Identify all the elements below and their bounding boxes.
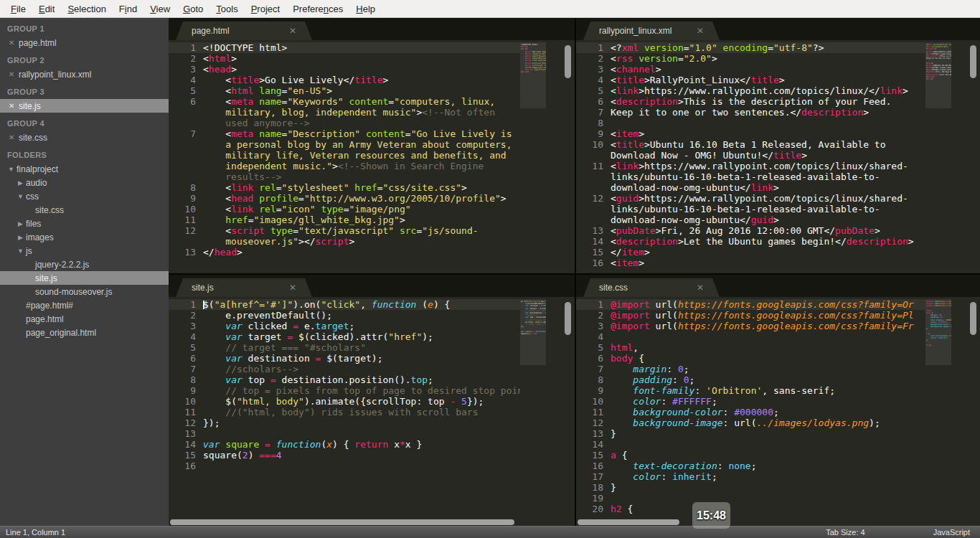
code-line[interactable]: 13<pubDate>Fri, 26 Aug 2016 12:00:00 GMT… [576,225,925,236]
chevron-right-icon[interactable]: ▶ [15,220,26,227]
code-editor[interactable]: 1<?xml version="1.0" encoding="utf-8"?>2… [576,42,925,273]
menu-view[interactable]: View [143,4,176,14]
code-line[interactable]: 7 <meta name="Description" content="Go L… [169,128,520,182]
code-line[interactable]: 9<item> [576,128,925,139]
close-icon[interactable]: ✕ [9,70,19,78]
minimap-viewport[interactable] [925,299,951,365]
horizontal-scrollbar[interactable] [576,519,980,526]
minimap[interactable]: @import url(https://fonts.googleapis.com… [925,299,951,519]
code-editor[interactable]: 1$("a[href^='#']").on("click", function … [169,299,520,519]
code-line[interactable]: 5html, [576,342,925,353]
code-line[interactable]: 1@import url(https://fonts.googleapis.co… [576,299,925,310]
menu-tools[interactable]: Tools [209,4,244,14]
code-line[interactable]: 9 <head profile="http://www.w3.org/2005/… [169,193,520,204]
tree-item-css[interactable]: ▼css [0,189,169,203]
tab-page-html[interactable]: page.html ✕ [176,22,312,40]
code-line[interactable]: 9 font-family: 'Orbitron', sans-serif; [576,385,925,396]
chevron-right-icon[interactable]: ▶ [15,179,26,187]
sidebar-open-file-site.css[interactable]: ✕site.css [0,131,169,144]
tab-site-js[interactable]: site.js ✕ [176,278,312,297]
sidebar-open-file-rallypoint-linux.xml[interactable]: ✕rallypoint_linux.xml [0,67,169,81]
code-line[interactable]: 5<link>https://www.rallypoint.com/topics… [576,85,925,96]
code-line[interactable]: 3@import url(https://fonts.googleapis.co… [576,321,925,331]
close-icon[interactable]: ✕ [697,283,704,293]
code-line[interactable]: 11<link>https://www.rallypoint.com/topic… [576,161,925,193]
menu-help[interactable]: Help [349,4,382,14]
menu-goto[interactable]: Goto [176,4,209,14]
code-line[interactable]: 15square(2) ===4 [169,450,520,461]
code-line[interactable]: 8 [576,118,925,128]
close-icon[interactable]: ✕ [9,39,19,47]
code-line[interactable]: 11 href="images/gll_white_bkg.jpg"> [169,214,520,225]
code-line[interactable]: 7 //scholars--> [169,364,520,374]
tree-item-page.html[interactable]: page.html [0,312,169,326]
menu-find[interactable]: Find [113,4,143,14]
tree-item-audio[interactable]: ▶audio [0,176,169,189]
close-icon[interactable]: ✕ [9,102,19,110]
menu-edit[interactable]: Edit [32,4,61,14]
tree-item-js[interactable]: ▼js [0,244,169,258]
code-line[interactable]: 12}); [169,417,520,428]
code-line[interactable]: 8 <link rel="stylesheet" href="css/site.… [169,182,520,193]
chevron-down-icon[interactable]: ▼ [15,247,26,255]
code-line[interactable]: 2 e.preventDefault(); [169,310,520,321]
code-line[interactable]: 5 <html lang="en-US"> [169,85,520,96]
minimap-viewport[interactable] [925,42,951,108]
code-line[interactable]: 9 // top = pixels from top of page to de… [169,385,520,396]
code-line[interactable]: 6 var destination = $(target); [169,353,520,364]
code-line[interactable]: 4 <title>Go Live Lively</title> [169,75,520,85]
sidebar-open-file-site.js[interactable]: ✕site.js [0,99,169,113]
code-line[interactable]: 10 color: #FFFFFF; [576,396,925,407]
vertical-scrollbar[interactable] [951,42,980,273]
tree-item-jquery-2.2.2.js[interactable]: jquery-2.2.2.js [0,258,169,271]
code-line[interactable]: 8 padding: 0; [576,374,925,385]
code-line[interactable]: 4 var target = $(clicked).attr("href"); [169,331,520,342]
code-line[interactable]: 3 var clicked = e.target; [169,321,520,331]
code-line[interactable]: 1<!DOCTYPE html> [169,42,520,53]
code-line[interactable]: 16 text-decoration: none; [576,461,925,471]
code-line[interactable]: 10<title>Ubuntu 16.10 Beta 1 Released, A… [576,139,925,161]
close-icon[interactable]: ✕ [289,26,296,36]
code-line[interactable]: 1$("a[href^='#']").on("click", function … [169,299,520,310]
code-line[interactable]: 15</item> [576,247,925,258]
vertical-scrollbar[interactable] [546,299,575,519]
code-line[interactable]: 11 background-color: #000000; [576,407,925,417]
tab-site-css[interactable]: site.css ✕ [583,278,720,297]
code-line[interactable]: 6 <meta name="Keywords" content="compute… [169,96,520,128]
code-line[interactable]: 19 [576,493,925,504]
code-editor[interactable]: 1<!DOCTYPE html>2<html>3<head>4 <title>G… [169,42,520,273]
vertical-scrollbar[interactable] [546,42,575,273]
code-line[interactable]: 7Keep it to one or two sentences.</descr… [576,107,925,118]
menu-selection[interactable]: Selection [61,4,112,14]
tree-item-finalproject[interactable]: ▼finalproject [0,162,169,176]
vertical-scrollbar[interactable] [951,299,980,519]
code-line[interactable]: 6<description>This is the description of… [576,96,925,107]
code-line[interactable]: 4<title>RallyPoint_Linux</title> [576,75,925,85]
code-line[interactable]: 16<item> [576,258,925,268]
close-icon[interactable]: ✕ [289,283,296,293]
minimap-viewport[interactable] [520,42,546,108]
tree-item-sound-mouseover.js[interactable]: sound-mouseover.js [0,285,169,298]
code-line[interactable]: 1<?xml version="1.0" encoding="utf-8"?> [576,42,925,53]
tree-item-images[interactable]: ▶images [0,230,169,244]
code-line[interactable]: 11 //("html, body") rids issues with scr… [169,407,520,417]
code-line[interactable]: 10 $("html, body").animate({scrollTop: t… [169,396,520,407]
code-line[interactable]: 13} [576,428,925,439]
code-line[interactable]: 6body { [576,353,925,364]
sidebar-open-file-page.html[interactable]: ✕page.html [0,36,169,49]
code-line[interactable]: 13 [169,428,520,439]
code-line[interactable]: 18} [576,482,925,493]
code-line[interactable]: 12 background-image: url(../images/lodya… [576,417,925,428]
code-line[interactable]: 3<channel> [576,64,925,75]
close-icon[interactable]: ✕ [9,133,19,141]
tree-item-site.js[interactable]: site.js [0,271,169,285]
code-line[interactable]: 13</head> [169,247,520,258]
code-line[interactable]: 7 margin: 0; [576,364,925,374]
code-line[interactable]: 14<description>Let the Ubuntu games begi… [576,236,925,247]
code-line[interactable]: 2@import url(https://fonts.googleapis.co… [576,310,925,321]
minimap[interactable]: $("a[href^='#']").on("click", function (… [520,299,546,519]
code-line[interactable]: 8 var top = destination.position().top; [169,374,520,385]
chevron-right-icon[interactable]: ▶ [15,234,26,241]
code-line[interactable]: 20h2 { [576,504,925,514]
close-icon[interactable]: ✕ [697,26,704,36]
